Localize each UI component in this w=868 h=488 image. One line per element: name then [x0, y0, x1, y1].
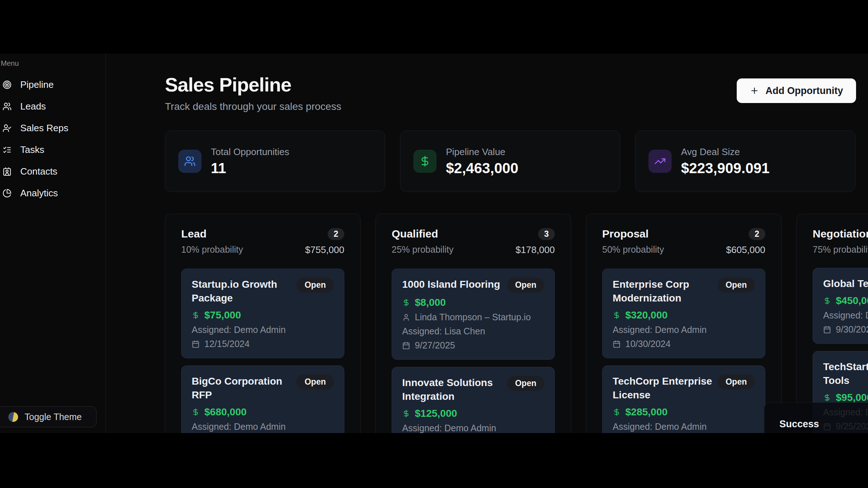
toggle-theme-button[interactable]: Toggle Theme — [0, 406, 97, 427]
target-icon — [3, 80, 12, 89]
sidebar-nav: Pipeline Leads Sales Reps Tasks Contacts… — [0, 74, 106, 204]
toast-title: Success — [779, 419, 868, 430]
deal-amount: $450,000 — [836, 295, 868, 307]
deal-card[interactable]: Startup.io Growth Package Open $75,000 A… — [181, 269, 344, 358]
dollar-icon — [823, 297, 831, 305]
deal-date: 12/15/2024 — [204, 339, 250, 349]
dollar-icon — [402, 410, 410, 418]
kanban-column-lead: Lead 2 10% probability $755,000 Startup.… — [165, 214, 361, 433]
deal-assigned: Assigned: Lisa Chen — [402, 326, 485, 337]
column-total-value: $755,000 — [305, 244, 344, 256]
deal-amount: $8,000 — [415, 297, 446, 308]
deal-assigned: Assigned: Demo Admin — [192, 325, 286, 335]
deal-card[interactable]: Innovate SolutionsIntegration Open $125,… — [392, 367, 555, 433]
menu-section-label: Menu — [1, 59, 106, 67]
stat-card-avg-deal-size: Avg Deal Size $223,909.091 — [635, 130, 855, 192]
calendar-icon — [823, 326, 831, 334]
main-content: Sales Pipeline Track deals through your … — [106, 53, 868, 433]
column-probability: 25% probability — [392, 244, 454, 256]
deal-assigned: Assigned: Demo Admin — [613, 421, 707, 432]
sidebar-item-sales-reps[interactable]: Sales Reps — [0, 117, 106, 139]
deal-assigned: Assigned: Demo Admin — [402, 423, 496, 433]
kanban-column-proposal: Proposal 2 50% probability $605,000 Ente… — [586, 214, 782, 433]
kanban-column-negotiation: Negotiation 75% probability Global Te $4… — [796, 214, 868, 433]
moon-icon — [8, 412, 18, 422]
deal-amount: $125,000 — [415, 408, 457, 419]
dollar-icon — [192, 311, 200, 319]
deal-amount: $95,000 — [836, 392, 868, 403]
stats-row: Total Opportunities 11 Pipeline Value $2… — [165, 130, 856, 192]
user-check-icon — [3, 124, 12, 133]
column-count-badge: 2 — [749, 228, 765, 240]
page-subtitle: Track deals through your sales process — [165, 101, 341, 112]
stat-card-total-opportunities: Total Opportunities 11 — [165, 130, 385, 192]
deal-contact: Linda Thompson – Startup.io — [415, 312, 531, 322]
calendar-icon — [192, 340, 200, 348]
deal-assigned: Assigned: Demo Admin — [823, 310, 868, 321]
dollar-icon — [613, 311, 621, 319]
sidebar-item-contacts[interactable]: Contacts — [0, 160, 106, 182]
column-probability: 75% probability — [813, 244, 868, 255]
plus-icon — [750, 86, 759, 95]
deal-title: TechStartTools — [823, 360, 868, 388]
page-header-text: Sales Pipeline Track deals through your … — [165, 73, 341, 112]
deal-card[interactable]: Enterprise CorpModernization Open $320,0… — [602, 269, 765, 358]
stat-label: Total Opportunities — [211, 146, 289, 158]
toggle-theme-label: Toggle Theme — [25, 412, 82, 422]
page-header: Sales Pipeline Track deals through your … — [165, 73, 856, 112]
sidebar-item-tasks[interactable]: Tasks — [0, 139, 106, 160]
dollar-icon — [402, 299, 410, 307]
user-icon — [402, 313, 410, 321]
dollar-icon — [192, 408, 200, 416]
pie-chart-icon — [3, 189, 12, 198]
sidebar-item-label: Contacts — [20, 166, 58, 177]
kanban-board: Lead 2 10% probability $755,000 Startup.… — [165, 214, 856, 433]
deal-card[interactable]: BigCo Corporation RFP Open $680,000 Assi… — [181, 365, 344, 433]
column-count-badge: 2 — [328, 228, 344, 240]
column-probability: 50% probability — [602, 244, 664, 256]
deal-date: 9/30/2025 — [836, 324, 868, 335]
sidebar-item-leads[interactable]: Leads — [0, 95, 106, 117]
column-count-badge: 3 — [538, 228, 555, 240]
status-badge: Open — [507, 376, 544, 391]
deal-date: 10/30/2024 — [625, 339, 671, 349]
deal-amount: $285,000 — [625, 406, 668, 418]
add-opportunity-button[interactable]: Add Opportunity — [737, 78, 856, 103]
page-title: Sales Pipeline — [165, 73, 341, 96]
column-title: Negotiation — [813, 228, 868, 240]
deal-title: Innovate SolutionsIntegration — [402, 376, 493, 403]
status-badge: Open — [297, 278, 334, 292]
stat-value: 11 — [211, 160, 289, 176]
column-title: Proposal — [602, 228, 648, 240]
column-probability: 10% probability — [181, 244, 243, 256]
dollar-icon — [413, 150, 437, 173]
column-total-value: $605,000 — [726, 244, 765, 256]
column-title: Qualified — [392, 228, 438, 240]
deal-title: BigCo Corporation RFP — [192, 374, 292, 402]
deal-assigned: Assigned: Demo Admin — [192, 421, 286, 432]
users-icon — [178, 150, 201, 173]
stat-value: $223,909.091 — [681, 160, 770, 176]
contact-card-icon — [3, 167, 12, 176]
list-checks-icon — [3, 145, 12, 154]
status-badge: Open — [718, 278, 755, 292]
deal-amount: $680,000 — [204, 406, 247, 418]
calendar-icon — [402, 342, 410, 350]
deal-card[interactable]: 1000 Island Flooring Open $8,000 Linda T… — [392, 269, 555, 360]
sidebar-item-analytics[interactable]: Analytics — [0, 182, 106, 204]
sidebar-item-label: Pipeline — [20, 79, 54, 90]
dollar-icon — [823, 394, 831, 402]
success-toast[interactable]: Success — [764, 402, 868, 433]
calendar-icon — [613, 340, 621, 348]
trending-up-icon — [648, 150, 672, 173]
sidebar-item-label: Tasks — [20, 144, 44, 155]
deal-amount: $75,000 — [204, 309, 241, 321]
column-total-value: $178,000 — [516, 244, 555, 256]
deal-card[interactable]: Global Te $450,000 Assigned: Demo Admin … — [813, 268, 868, 344]
deal-date: 9/27/2025 — [415, 340, 455, 351]
sidebar-item-pipeline[interactable]: Pipeline — [0, 74, 106, 95]
deal-card[interactable]: TechCorp EnterpriseLicense Open $285,000… — [602, 365, 765, 433]
stat-label: Avg Deal Size — [681, 146, 770, 158]
deal-title: 1000 Island Flooring — [402, 278, 500, 291]
sidebar: Menu Pipeline Leads Sales Reps Tasks Con… — [0, 53, 106, 433]
